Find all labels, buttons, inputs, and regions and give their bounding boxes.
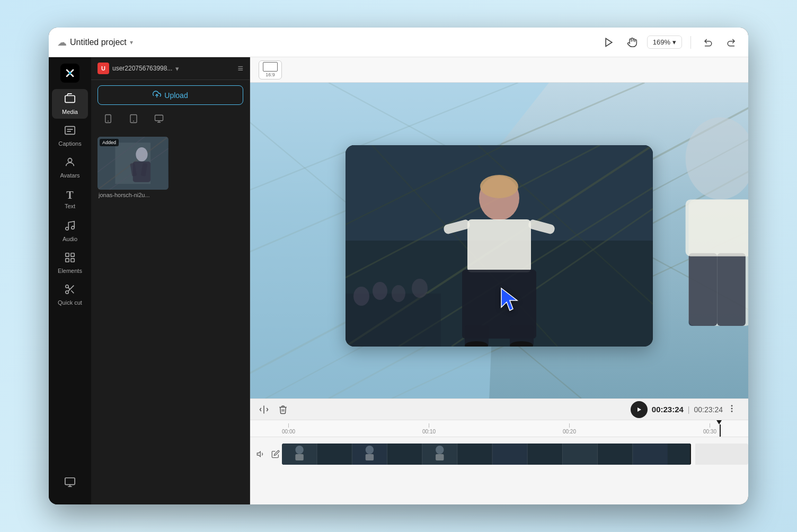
sidebar-item-captions-label: Captions bbox=[58, 140, 81, 147]
project-name-button[interactable]: ☁ Untitled project ▾ bbox=[57, 37, 133, 48]
svg-point-110 bbox=[436, 446, 444, 454]
sidebar-item-avatars-label: Avatars bbox=[60, 172, 79, 179]
preview-video-content bbox=[346, 145, 653, 347]
media-item-thumb[interactable]: Added bbox=[98, 137, 169, 190]
svg-point-6 bbox=[68, 158, 72, 162]
sidebar-item-media[interactable]: Media bbox=[52, 89, 88, 119]
time-separator: | bbox=[688, 405, 690, 414]
sidebar-item-settings[interactable] bbox=[52, 468, 88, 498]
timeline-more-button[interactable] bbox=[727, 404, 742, 415]
timeline-time-display: 00:23:24 | 00:23:24 bbox=[631, 401, 723, 418]
svg-point-63 bbox=[480, 175, 518, 198]
timeline-play-button[interactable] bbox=[631, 401, 648, 418]
svg-rect-11 bbox=[66, 259, 69, 262]
media-panel: U user220756763998... ▾ ≡ Upload bbox=[91, 57, 250, 504]
zoom-selector[interactable]: 169% ▾ bbox=[647, 36, 682, 49]
device-tab-screen[interactable] bbox=[148, 110, 170, 127]
svg-marker-0 bbox=[606, 38, 612, 46]
timeline-area: 00:23:24 | 00:23:24 bbox=[250, 398, 748, 504]
sidebar-item-audio-label: Audio bbox=[63, 236, 77, 242]
ruler-label: 00:20 bbox=[563, 429, 576, 435]
captions-icon bbox=[64, 125, 76, 139]
media-item-name: jonas-horsch-ni2u... bbox=[98, 190, 169, 200]
audio-icon bbox=[64, 220, 76, 234]
user-badge[interactable]: U user220756763998... ▾ bbox=[98, 63, 179, 74]
sidebar-item-quickcut[interactable]: Quick cut bbox=[52, 280, 88, 309]
ruler-playhead bbox=[720, 420, 721, 437]
track-frames-svg bbox=[282, 444, 691, 465]
svg-rect-26 bbox=[155, 115, 163, 121]
playhead-arrow bbox=[716, 420, 722, 424]
project-name-chevron-icon: ▾ bbox=[130, 39, 133, 46]
timeline-delete-button[interactable] bbox=[276, 402, 290, 417]
svg-rect-50 bbox=[686, 200, 748, 256]
preview-video-card bbox=[346, 145, 653, 347]
timeline-split-button[interactable] bbox=[256, 402, 271, 417]
upload-button[interactable]: Upload bbox=[98, 85, 243, 105]
sidebar-item-media-label: Media bbox=[62, 109, 78, 115]
sidebar-item-elements-label: Elements bbox=[58, 268, 82, 274]
svg-point-13 bbox=[66, 285, 69, 288]
svg-rect-2 bbox=[65, 96, 75, 103]
app-window: ☁ Untitled project ▾ 169% bbox=[49, 28, 748, 504]
top-bar: ☁ Untitled project ▾ 169% bbox=[49, 28, 748, 57]
svg-rect-12 bbox=[71, 259, 74, 262]
sidebar-item-captions[interactable]: Captions bbox=[52, 121, 88, 150]
device-tab-phone[interactable] bbox=[98, 110, 119, 127]
top-bar-left: ☁ Untitled project ▾ bbox=[57, 37, 133, 48]
playhead-line bbox=[720, 424, 721, 437]
svg-marker-78 bbox=[637, 407, 641, 412]
svg-rect-64 bbox=[467, 219, 531, 272]
svg-rect-3 bbox=[65, 127, 75, 135]
sidebar-item-quickcut-label: Quick cut bbox=[58, 299, 82, 306]
device-tab-tablet[interactable] bbox=[123, 110, 144, 127]
media-menu-icon[interactable]: ≡ bbox=[237, 63, 243, 74]
sidebar: Media Captions bbox=[49, 57, 91, 504]
ruler-marks: 00:00 00:10 00:20 00:30 bbox=[282, 423, 716, 437]
svg-point-73 bbox=[353, 287, 369, 306]
track-playhead-line bbox=[690, 444, 691, 465]
svg-rect-90 bbox=[492, 444, 527, 465]
canvas-timeline-container: 16:9 bbox=[250, 57, 748, 504]
svg-point-80 bbox=[731, 408, 732, 409]
current-time-code: 00:23:24 bbox=[652, 405, 684, 414]
preview-play-button[interactable] bbox=[600, 34, 617, 51]
video-track-content[interactable] bbox=[282, 444, 691, 465]
redo-button[interactable] bbox=[723, 34, 740, 51]
sidebar-item-elements[interactable]: Elements bbox=[52, 248, 88, 278]
sidebar-item-text[interactable]: T Text bbox=[52, 184, 88, 214]
svg-rect-9 bbox=[66, 253, 69, 256]
svg-point-74 bbox=[373, 282, 387, 300]
toolbar-divider bbox=[690, 36, 691, 49]
main-content: Media Captions bbox=[49, 57, 748, 504]
undo-button[interactable] bbox=[699, 34, 716, 51]
svg-point-108 bbox=[366, 446, 374, 454]
ruler-label: 00:10 bbox=[422, 429, 436, 435]
volume-track-button[interactable] bbox=[254, 448, 267, 460]
aspect-ratio-rect bbox=[263, 62, 278, 72]
edit-track-button[interactable] bbox=[269, 448, 282, 460]
svg-rect-18 bbox=[65, 478, 75, 485]
svg-rect-95 bbox=[668, 444, 691, 465]
settings-icon bbox=[64, 476, 76, 490]
aspect-ratio-button[interactable]: 16:9 bbox=[259, 60, 282, 79]
svg-rect-89 bbox=[457, 444, 492, 465]
timeline-tracks bbox=[250, 437, 748, 504]
list-item[interactable]: Added jonas-horsch-ni2u... bbox=[98, 137, 169, 200]
svg-point-81 bbox=[731, 411, 732, 412]
timeline-ruler: 00:00 00:10 00:20 00:30 bbox=[250, 420, 748, 437]
total-time-code: 00:23:24 bbox=[694, 405, 723, 414]
sidebar-item-text-label: Text bbox=[65, 203, 75, 209]
sidebar-item-avatars[interactable]: Avatars bbox=[52, 153, 88, 182]
svg-point-7 bbox=[66, 227, 69, 230]
pan-tool-button[interactable] bbox=[624, 34, 641, 51]
svg-rect-109 bbox=[366, 454, 374, 460]
elements-icon bbox=[64, 252, 76, 266]
svg-rect-48 bbox=[689, 253, 718, 326]
ruler-tick bbox=[710, 423, 710, 428]
svg-line-17 bbox=[68, 287, 70, 289]
project-title: Untitled project bbox=[70, 38, 127, 47]
video-canvas bbox=[250, 83, 748, 398]
sidebar-item-audio[interactable]: Audio bbox=[52, 216, 88, 246]
ruler-mark-3: 00:30 bbox=[703, 423, 716, 435]
